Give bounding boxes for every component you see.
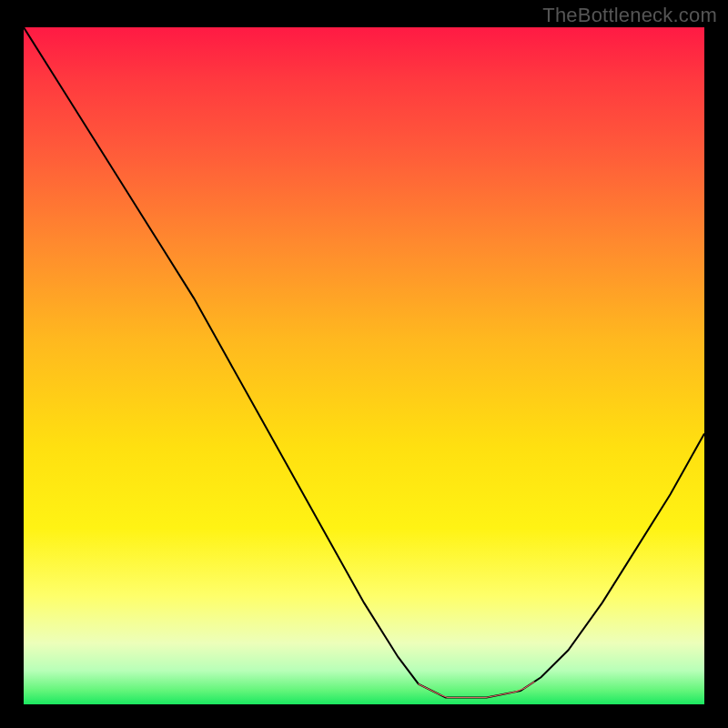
chart-svg [24,27,704,704]
chart-plot-area [24,27,704,704]
watermark-label: TheBottleneck.com [542,4,717,27]
bottleneck-curve-line [24,27,704,698]
optimal-band-marker [419,682,534,697]
